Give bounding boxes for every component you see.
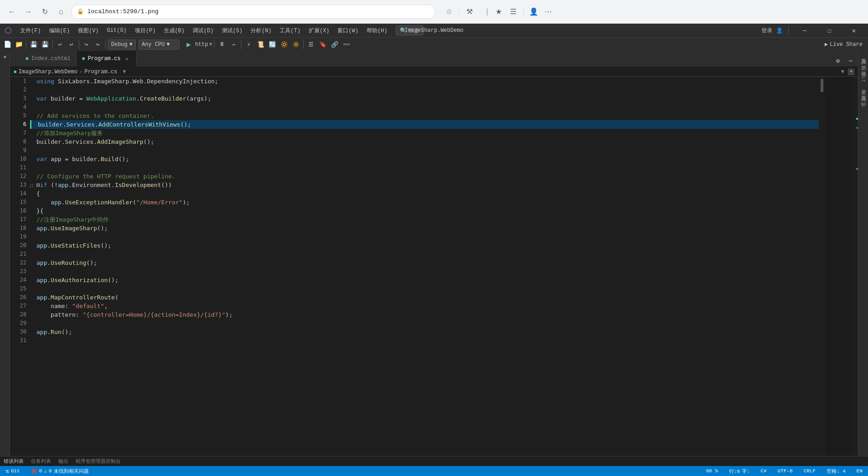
statusbar-indentation[interactable]: 空格: 4 bbox=[825, 468, 848, 475]
profile-icon[interactable]: 👤 bbox=[527, 5, 540, 18]
scrollbar-thumb[interactable] bbox=[821, 79, 823, 92]
right-panel-tab5[interactable]: 容信工具 bbox=[859, 90, 868, 94]
collections-icon[interactable]: ☰ bbox=[507, 5, 520, 18]
breadcrumb-add-btn[interactable]: + bbox=[848, 69, 854, 75]
toolbar-more1[interactable]: 🔄 bbox=[267, 39, 278, 50]
statusbar-line-ending[interactable]: CRLF bbox=[802, 468, 817, 474]
line-number-23: 23 bbox=[14, 267, 30, 276]
favorites-icon[interactable]: ★ bbox=[492, 5, 505, 18]
pause-btn[interactable]: ⏸ bbox=[216, 39, 227, 50]
step-btn[interactable]: ⇀ bbox=[228, 39, 239, 50]
right-panel-tab6[interactable]: 解 bbox=[859, 96, 868, 100]
right-panel-tab1[interactable]: 关测工具 bbox=[859, 53, 868, 57]
tab-program-cs[interactable]: ■ Program.cs ✕ bbox=[77, 51, 137, 66]
menu-tools[interactable]: 工具(T) bbox=[276, 26, 304, 35]
bottom-tab-tasks[interactable]: 任务列表 bbox=[31, 458, 51, 465]
tb-undo[interactable]: ↩ bbox=[55, 39, 66, 50]
menu-file[interactable]: 文件(F) bbox=[16, 26, 45, 35]
tb-open[interactable]: 📁 bbox=[13, 39, 24, 50]
tab2-close[interactable]: ✕ bbox=[123, 55, 131, 62]
menu-view[interactable]: 视图(V) bbox=[74, 26, 102, 35]
right-deco2 bbox=[856, 127, 858, 129]
tab-index-cshtml[interactable]: ■ Index.cshtml bbox=[20, 51, 77, 66]
line-number-1: 1 bbox=[14, 77, 30, 86]
breadcrumb-project[interactable]: ImageSharp.WebDemo bbox=[19, 69, 78, 75]
encoding-label: UTF-8 bbox=[778, 468, 793, 474]
tb-undo2[interactable]: ↩ bbox=[66, 39, 77, 50]
side-indicator1[interactable]: ■ bbox=[1, 53, 8, 61]
liveshare-button[interactable]: ▶ Live Share bbox=[821, 41, 866, 48]
menu-build[interactable]: 生成(B) bbox=[160, 26, 189, 35]
security-icon: 🔒 bbox=[77, 8, 84, 15]
tb-misc1[interactable]: ☰ bbox=[306, 39, 317, 50]
start-button[interactable]: ▶ bbox=[183, 39, 194, 50]
tb-new[interactable]: 📄 bbox=[2, 39, 13, 50]
tb-misc3[interactable]: 🔗 bbox=[329, 39, 340, 50]
statusbar-encoding[interactable]: UTF-8 bbox=[776, 468, 795, 474]
line-number-26: 26 bbox=[14, 293, 30, 302]
menu-test[interactable]: 测试(S) bbox=[218, 26, 246, 35]
toolbar-more2[interactable]: 🔆 bbox=[279, 39, 290, 50]
statusbar-lang-selector[interactable]: EN bbox=[855, 468, 864, 474]
menu-help[interactable]: 帮助(H) bbox=[363, 26, 391, 35]
tab1-label: Index.cshtml bbox=[31, 56, 71, 62]
menu-window[interactable]: 窗口(W) bbox=[334, 26, 362, 35]
bottom-tab-output[interactable]: 输出 bbox=[58, 458, 68, 465]
address-bar[interactable]: 🔒 localhost:5290/1.png bbox=[71, 5, 435, 19]
bottom-tab-package[interactable]: 程序包管理器控制台 bbox=[76, 458, 121, 465]
toolbar-more3[interactable]: 🔅 bbox=[291, 39, 301, 50]
tb-saveall[interactable]: 💾 bbox=[40, 39, 51, 50]
tab-settings-btn[interactable]: ⚙ bbox=[832, 56, 843, 66]
right-panel-tab3[interactable]: 容信 bbox=[859, 65, 868, 69]
right-panel-tab2[interactable]: 文档 bbox=[859, 59, 868, 63]
bottom-tab-errors[interactable]: 错误列表 bbox=[4, 458, 24, 465]
breadcrumb-dropdown2[interactable]: ▼ bbox=[841, 69, 844, 75]
extensions-icon[interactable]: ⚒ bbox=[463, 5, 476, 18]
home-button[interactable]: ⌂ bbox=[55, 5, 67, 18]
tb-redo[interactable]: ↪ bbox=[81, 39, 92, 50]
breadcrumb-dropdown1[interactable]: ▼ bbox=[123, 69, 126, 75]
code-block[interactable]: 1234567891011121314151617181920212223242… bbox=[10, 77, 819, 456]
divider2 bbox=[523, 7, 524, 16]
minimize-button[interactable]: — bbox=[794, 24, 815, 37]
hot-reload[interactable]: ⚡ bbox=[243, 39, 254, 50]
signin-icon[interactable]: 👤 bbox=[776, 27, 783, 34]
statusbar-language[interactable]: C# bbox=[759, 468, 768, 474]
tb-save[interactable]: 💾 bbox=[28, 39, 39, 50]
breadcrumb-file[interactable]: Program.cs bbox=[84, 69, 117, 75]
tb-misc4[interactable]: ➖ bbox=[341, 39, 352, 50]
platform-dropdown[interactable]: Any CPU ▼ bbox=[138, 40, 179, 50]
signin-button[interactable]: 登录 bbox=[761, 27, 772, 35]
titlebar-divider bbox=[788, 26, 789, 35]
tab-more-btn[interactable]: ⋯ bbox=[845, 56, 856, 66]
menu-edit[interactable]: 编辑(E) bbox=[46, 26, 74, 35]
menu-debug[interactable]: 调试(D) bbox=[189, 26, 217, 35]
close-button[interactable]: ✕ bbox=[843, 24, 864, 37]
forward-button[interactable]: → bbox=[22, 5, 35, 18]
more-icon[interactable]: ⋯ bbox=[542, 5, 555, 18]
bookmark-icon[interactable]: ☆ bbox=[443, 5, 455, 18]
debug-config-dropdown[interactable]: Debug ▼ bbox=[108, 40, 136, 50]
menu-project[interactable]: 项目(P) bbox=[131, 26, 159, 35]
liveshare-label: Live Share bbox=[830, 41, 863, 48]
line-number-19: 19 bbox=[14, 233, 30, 241]
tb-redo2[interactable]: ↪ bbox=[92, 39, 103, 50]
sidebar-icon[interactable]: ⎹ bbox=[478, 5, 490, 18]
code-line-27: name: "default", bbox=[36, 302, 108, 310]
tb-misc2[interactable]: 🔖 bbox=[317, 39, 328, 50]
code-map[interactable]: 📜 bbox=[255, 39, 266, 50]
code-line-5: // Add services to the container. bbox=[36, 111, 154, 120]
refresh-button[interactable]: ↻ bbox=[38, 5, 51, 18]
statusbar-issues[interactable]: ❌ 0 ⚠ 0 未找到相关问题 bbox=[29, 468, 91, 475]
right-deco1 bbox=[856, 118, 858, 120]
statusbar-zoom[interactable]: 90 % bbox=[704, 468, 720, 474]
vertical-scrollbar[interactable] bbox=[819, 77, 825, 456]
menu-extensions[interactable]: 扩展(X) bbox=[305, 26, 333, 35]
right-panel-tab4[interactable]: Git 变更 bbox=[859, 71, 868, 88]
back-button[interactable]: ← bbox=[5, 5, 18, 18]
menu-git[interactable]: Git(G) bbox=[103, 26, 130, 35]
statusbar-git[interactable]: ℼ Git bbox=[4, 468, 22, 474]
maximize-button[interactable]: ☐ bbox=[819, 24, 840, 37]
menu-analyze[interactable]: 分析(N) bbox=[247, 26, 275, 35]
statusbar-position[interactable]: 行:6 字: bbox=[727, 468, 752, 475]
